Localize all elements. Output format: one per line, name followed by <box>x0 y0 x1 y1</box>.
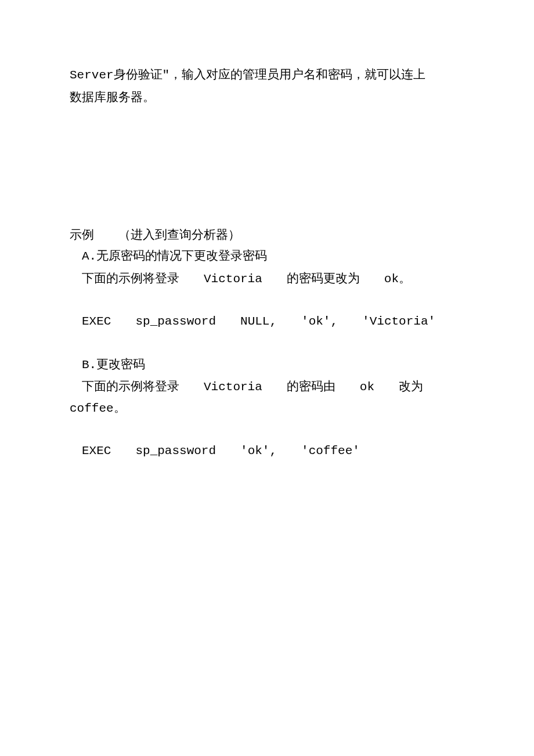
b-code-sp: sp_password <box>135 444 216 458</box>
section-b-desc-line2: coffee。 <box>70 398 464 420</box>
section-b-title: B.更改密码 <box>70 354 464 376</box>
a-code-arg2: 'ok', <box>301 315 338 328</box>
a-code-sp: sp_password <box>135 315 216 328</box>
intro-line-2: 数据库服务器。 <box>70 87 464 108</box>
a-desc-1: 下面的示例将登录 <box>82 271 179 285</box>
b-desc-line2: coffee。 <box>70 402 126 415</box>
b-desc-4: ok <box>360 380 374 394</box>
spacer <box>70 108 464 224</box>
a-code-arg3: 'Victoria' <box>362 315 435 328</box>
b-desc-5: 改为 <box>399 379 423 393</box>
b-code-arg2: 'coffee' <box>301 444 360 458</box>
intro-text-2: 数据库服务器。 <box>70 90 155 104</box>
b-desc-2: Victoria <box>204 380 262 394</box>
document-page: Server身份验证"，输入对应的管理员用户名和密码，就可以连上 数据库服务器。… <box>0 0 534 462</box>
b-desc-1: 下面的示例将登录 <box>82 379 179 393</box>
spacer <box>70 420 464 441</box>
b-desc-3: 的密码由 <box>287 379 335 393</box>
a-desc-4: ok。 <box>384 272 411 286</box>
a-desc-3: 的密码更改为 <box>287 271 360 285</box>
section-b-desc-line1: 下面的示例将登录Victoria的密码由ok改为 <box>70 376 464 398</box>
spacer <box>70 290 464 311</box>
example-heading: 示例（进入到查询分析器） <box>70 224 464 246</box>
intro-text-1: Server身份验证"，输入对应的管理员用户名和密码，就可以连上 <box>70 69 425 82</box>
b-title-text: B.更改密码 <box>82 358 145 372</box>
spacer <box>70 333 464 354</box>
a-title-text: A.无原密码的情况下更改登录密码 <box>82 250 267 263</box>
section-a-title: A.无原密码的情况下更改登录密码 <box>70 245 464 268</box>
intro-line-1: Server身份验证"，输入对应的管理员用户名和密码，就可以连上 <box>70 64 464 87</box>
heading-suffix: （进入到查询分析器） <box>118 228 240 242</box>
a-desc-2: Victoria <box>204 272 262 286</box>
section-a-desc: 下面的示例将登录Victoria的密码更改为ok。 <box>70 268 464 290</box>
heading-prefix: 示例 <box>70 228 94 242</box>
a-code-arg1: NULL, <box>240 315 277 328</box>
a-code-exec: EXEC <box>82 315 111 328</box>
b-code-exec: EXEC <box>82 444 111 458</box>
b-code-arg1: 'ok', <box>240 444 277 458</box>
section-b-code: EXECsp_password'ok','coffee' <box>70 441 464 462</box>
section-a-code: EXECsp_passwordNULL,'ok','Victoria' <box>70 311 464 333</box>
